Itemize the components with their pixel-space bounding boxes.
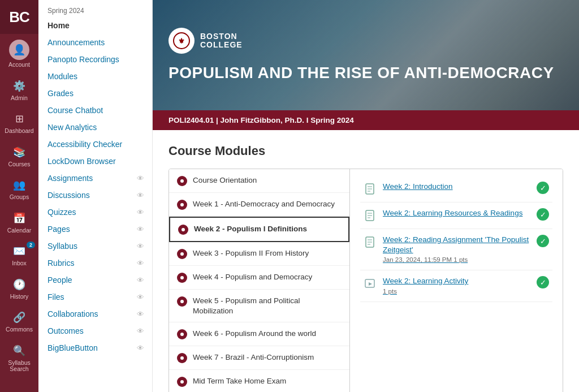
module-dot-icon xyxy=(177,353,187,363)
course-nav-item-outcomes[interactable]: Outcomes👁 xyxy=(38,322,152,339)
nav-item-commons[interactable]: 🔗 Commons xyxy=(0,304,38,338)
course-nav-item-label: New Analytics xyxy=(47,123,97,132)
visibility-icon[interactable]: 👁 xyxy=(137,259,144,268)
course-nav-item-assignments[interactable]: Assignments👁 xyxy=(38,170,152,187)
course-nav-item-discussions[interactable]: Discussions👁 xyxy=(38,187,152,204)
visibility-icon[interactable]: 👁 xyxy=(137,344,144,352)
module-item-m5[interactable]: Week 4 - Populism and Democracy xyxy=(169,266,349,290)
nav-item-syllabus-search[interactable]: 🔍 Syllabus Search xyxy=(0,338,38,377)
detail-item-link[interactable]: Week 2: Learning Activity1 pts xyxy=(383,276,530,295)
nav-item-calendar[interactable]: 📅 Calendar xyxy=(0,205,38,239)
nav-item-history[interactable]: 🕐 History xyxy=(0,272,38,305)
detail-item-check: ✓ xyxy=(537,208,549,221)
nav-item-groups[interactable]: 👥 Groups xyxy=(0,172,38,205)
svg-marker-15 xyxy=(369,282,372,286)
module-item-m8[interactable]: Week 7 - Brazil - Anti-Corruptionism xyxy=(169,346,349,370)
course-nav-item-label: Quizzes xyxy=(47,208,76,217)
detail-item-check: ✓ xyxy=(537,276,549,288)
course-nav-item-modules[interactable]: Modules xyxy=(38,68,152,85)
module-item-m4[interactable]: Week 3 - Populism II From History xyxy=(169,242,349,266)
visibility-icon[interactable]: 👁 xyxy=(137,310,144,318)
module-item-label: Course Orientation xyxy=(193,175,342,186)
module-item-label: Week 2 - Populism I Definitions xyxy=(194,224,340,234)
visibility-icon[interactable]: 👁 xyxy=(137,242,144,251)
groups-icon: 👥 xyxy=(12,178,27,192)
college-name: BOSTON COLLEGE xyxy=(200,32,243,50)
course-nav-item-pages[interactable]: Pages👁 xyxy=(38,221,152,238)
syllabus-search-icon: 🔍 xyxy=(12,343,27,358)
visibility-icon[interactable]: 👁 xyxy=(137,191,144,200)
course-nav-item-label: Assignments xyxy=(47,174,93,183)
visibility-icon[interactable]: 👁 xyxy=(137,293,144,301)
course-nav-item-label: Home xyxy=(47,21,70,30)
course-nav-item-announcements[interactable]: Announcements xyxy=(38,34,152,51)
inbox-badge: 2 xyxy=(27,242,35,248)
visibility-icon[interactable]: 👁 xyxy=(137,225,144,234)
modules-heading: Course Modules xyxy=(168,144,563,158)
detail-item-subtext: Jan 23, 2024, 11:59 PM 1 pts xyxy=(383,256,530,264)
detail-item-d4[interactable]: Week 2: Learning Activity1 pts✓ xyxy=(360,270,552,301)
module-dot-icon xyxy=(177,249,187,259)
course-nav-item-rubrics[interactable]: Rubrics👁 xyxy=(38,255,152,272)
course-nav-item-label: Modules xyxy=(47,72,77,81)
detail-item-check: ✓ xyxy=(537,182,549,194)
detail-item-link[interactable]: Week 2: Reading Assignment 'The Populist… xyxy=(383,235,530,264)
course-nav-item-new-analytics[interactable]: New Analytics xyxy=(38,119,152,136)
module-item-m1[interactable]: Course Orientation xyxy=(169,169,349,193)
detail-type-icon xyxy=(364,276,376,291)
commons-label: Commons xyxy=(6,326,33,333)
course-nav-item-label: Collaborations xyxy=(47,309,98,318)
course-nav-item-label: Rubrics xyxy=(47,259,74,268)
course-nav-item-bigbluebutton[interactable]: BigBlueButton👁 xyxy=(38,339,152,356)
course-nav-item-label: Announcements xyxy=(47,38,105,47)
course-nav-item-chatbot[interactable]: Course Chatbot xyxy=(38,102,152,119)
dashboard-label: Dashboard xyxy=(5,128,33,135)
detail-item-d1[interactable]: Week 2: Introduction✓ xyxy=(360,176,552,203)
visibility-icon[interactable]: 👁 xyxy=(137,174,144,183)
module-dot-icon xyxy=(177,377,187,387)
nav-item-account[interactable]: 👤 Account xyxy=(0,34,38,73)
module-dot-icon xyxy=(177,200,187,210)
module-item-label: Mid Term Take Home Exam xyxy=(193,376,342,386)
course-nav-item-collaborations[interactable]: Collaborations👁 xyxy=(38,305,152,322)
nav-item-inbox[interactable]: ✉️ 2 Inbox xyxy=(0,238,38,272)
detail-item-d2[interactable]: Week 2: Learning Resources & Readings✓ xyxy=(360,203,552,229)
detail-item-link[interactable]: Week 2: Introduction xyxy=(383,182,530,192)
module-dot-icon xyxy=(177,329,187,339)
visibility-icon[interactable]: 👁 xyxy=(137,276,144,285)
course-nav-item-accessibility[interactable]: Accessibility Checker xyxy=(38,136,152,153)
module-item-m6[interactable]: Week 5 - Populism and Political Mobiliza… xyxy=(169,290,349,322)
inbox-icon: ✉️ xyxy=(12,244,27,259)
admin-icon: ⚙️ xyxy=(12,79,27,93)
visibility-icon[interactable]: 👁 xyxy=(137,208,144,217)
modules-list: Course OrientationWeek 1 - Anti-Democrac… xyxy=(169,169,350,392)
course-nav-item-panopto[interactable]: Panopto Recordings xyxy=(38,51,152,68)
course-nav-item-grades[interactable]: Grades xyxy=(38,85,152,102)
course-nav-item-label: Outcomes xyxy=(47,326,84,335)
detail-type-icon xyxy=(364,182,376,196)
groups-label: Groups xyxy=(10,194,29,201)
detail-type-icon xyxy=(364,208,376,223)
module-item-label: Week 1 - Anti-Democracy and Democracy xyxy=(193,199,342,209)
visibility-icon[interactable]: 👁 xyxy=(137,327,144,335)
course-nav-item-lockdown[interactable]: LockDown Browser xyxy=(38,153,152,170)
course-nav-item-files[interactable]: Files👁 xyxy=(38,288,152,305)
course-nav-item-home[interactable]: Home xyxy=(38,17,152,34)
nav-item-courses[interactable]: 📚 Courses xyxy=(0,139,38,173)
nav-item-dashboard[interactable]: ⊞ Dashboard xyxy=(0,106,38,139)
module-item-label: Week 4 - Populism and Democracy xyxy=(193,272,342,282)
detail-item-link[interactable]: Week 2: Learning Resources & Readings xyxy=(383,208,530,218)
module-item-m3[interactable]: Week 2 - Populism I Definitions xyxy=(169,217,349,242)
nav-item-admin[interactable]: ⚙️ Admin xyxy=(0,73,38,106)
module-item-m2[interactable]: Week 1 - Anti-Democracy and Democracy xyxy=(169,193,349,217)
module-item-m9[interactable]: Mid Term Take Home Exam xyxy=(169,370,349,392)
course-nav-item-syllabus[interactable]: Syllabus👁 xyxy=(38,238,152,255)
college-logo: ⚜ xyxy=(168,28,195,54)
courses-icon: 📚 xyxy=(12,145,27,160)
module-item-m7[interactable]: Week 6 - Populism Around the world xyxy=(169,322,349,346)
course-nav-item-people[interactable]: People👁 xyxy=(38,272,152,288)
course-nav-item-quizzes[interactable]: Quizzes👁 xyxy=(38,204,152,221)
dashboard-icon: ⊞ xyxy=(12,111,27,126)
calendar-label: Calendar xyxy=(7,227,32,234)
detail-item-d3[interactable]: Week 2: Reading Assignment 'The Populist… xyxy=(360,229,552,270)
